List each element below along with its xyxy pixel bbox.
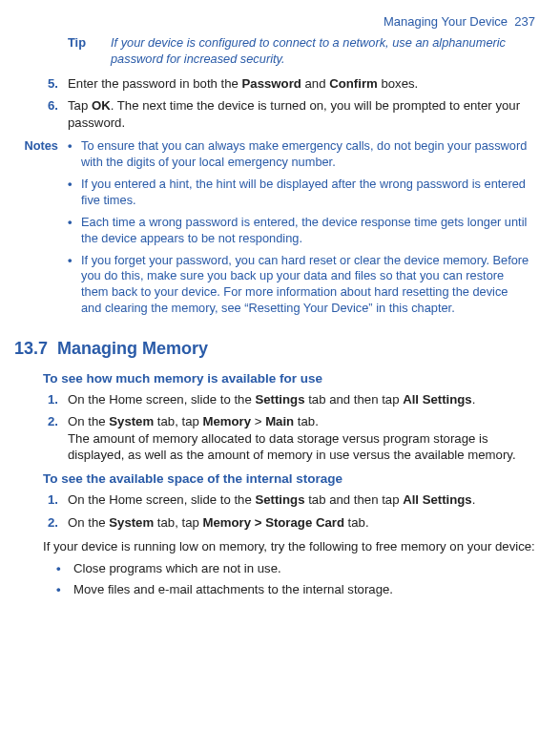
text: On the [68, 414, 109, 428]
section-title: Managing Memory [57, 339, 208, 358]
bold-system: System [109, 515, 154, 530]
bold-all-settings: All Settings [403, 492, 472, 507]
step-1: 1. On the Home screen, slide to the Sett… [14, 391, 535, 407]
low-memory-paragraph: If your device is running low on memory,… [43, 538, 535, 554]
section-heading: 13.7 Managing Memory [14, 338, 535, 361]
bold-settings: Settings [255, 492, 304, 507]
step-text: On the System tab, tap Memory > Storage … [68, 514, 535, 531]
text: boxes. [378, 76, 419, 91]
note-text: Each time a wrong password is entered, t… [81, 215, 535, 247]
step-text: Tap OK. The next time the device is turn… [68, 97, 535, 131]
note-item: •If you entered a hint, the hint will be… [68, 177, 535, 209]
step-1: 1. On the Home screen, slide to the Sett… [14, 491, 535, 508]
step-number: 1. [14, 491, 68, 508]
bullet-icon: • [68, 138, 81, 171]
bullet-icon: • [68, 215, 81, 247]
subheading-internal-storage: To see the available space of the intern… [43, 470, 535, 488]
step-number: 6. [14, 97, 68, 131]
internal-storage-steps: 1. On the Home screen, slide to the Sett… [14, 491, 535, 531]
tip-label: Tip [68, 35, 111, 68]
bold-system: System [109, 414, 154, 428]
notes-label: Notes [14, 138, 68, 323]
step-number: 1. [14, 391, 68, 407]
step-number: 2. [14, 413, 68, 463]
bullet-item: •Close programs which are not in use. [56, 560, 535, 576]
tip-block: Tip If your device is configured to conn… [68, 35, 535, 68]
note-text: To ensure that you can always make emerg… [81, 138, 535, 171]
bold-password: Password [242, 76, 301, 91]
text: tab, tap [154, 414, 202, 428]
step-number: 2. [14, 514, 68, 531]
bold-storage-card: Storage Card [265, 515, 344, 530]
step-6: 6. Tap OK. The next time the device is t… [14, 97, 535, 131]
text: On the Home screen, slide to the [68, 492, 255, 507]
step-text: On the Home screen, slide to the Setting… [68, 391, 535, 407]
bold-confirm: Confirm [329, 76, 378, 91]
bullet-icon: • [68, 177, 81, 209]
bullet-text: Move files and e-mail attachments to the… [73, 581, 535, 597]
header-title: Managing Your Device [384, 14, 508, 29]
text: tab. [294, 414, 319, 428]
tip-text: If your device is configured to connect … [111, 35, 535, 68]
text: and [301, 76, 329, 91]
text: tab and then tap [304, 492, 403, 507]
bold-memory-arrow: Memory > [203, 515, 262, 530]
notes-list: •To ensure that you can always make emer… [68, 138, 535, 323]
free-memory-bullets: •Close programs which are not in use. •M… [56, 560, 535, 597]
note-item: •To ensure that you can always make emer… [68, 138, 535, 171]
page-number: 237 [514, 14, 535, 29]
section-number: 13.7 [14, 339, 48, 358]
bold-settings: Settings [255, 392, 304, 407]
text: tab. [344, 515, 369, 530]
running-header: Managing Your Device 237 [14, 13, 535, 30]
step-5: 5. Enter the password in both the Passwo… [14, 75, 535, 92]
text: On the Home screen, slide to the [68, 392, 255, 407]
memory-available-steps: 1. On the Home screen, slide to the Sett… [14, 391, 535, 464]
bold-ok: OK [92, 98, 111, 113]
password-steps: 5. Enter the password in both the Passwo… [14, 75, 535, 131]
bullet-icon: • [56, 560, 73, 576]
text: Enter the password in both the [68, 76, 242, 91]
text: . [472, 492, 476, 507]
note-text: If you entered a hint, the hint will be … [81, 177, 535, 209]
note-item: •Each time a wrong password is entered, … [68, 215, 535, 247]
notes-block: Notes •To ensure that you can always mak… [14, 138, 535, 323]
note-text: If you forget your password, you can har… [81, 253, 535, 318]
text: tab, tap [154, 515, 202, 530]
subheading-memory-available: To see how much memory is available for … [43, 370, 535, 387]
step-number: 5. [14, 75, 68, 92]
step-2: 2. On the System tab, tap Memory > Stora… [14, 514, 535, 531]
step-extra-text: The amount of memory allocated to data s… [68, 431, 516, 462]
text: Tap [68, 98, 92, 113]
step-text: On the Home screen, slide to the Setting… [68, 491, 535, 508]
text: > [251, 414, 265, 428]
note-item: •If you forget your password, you can ha… [68, 253, 535, 318]
text: . [472, 392, 476, 407]
bullet-text: Close programs which are not in use. [73, 560, 535, 576]
bullet-icon: • [68, 253, 81, 318]
step-text: On the System tab, tap Memory > Main tab… [68, 413, 535, 463]
bullet-icon: • [56, 581, 73, 597]
bullet-item: •Move files and e-mail attachments to th… [56, 581, 535, 597]
bold-all-settings: All Settings [403, 392, 472, 407]
step-2: 2. On the System tab, tap Memory > Main … [14, 413, 535, 463]
step-text: Enter the password in both the Password … [68, 75, 535, 92]
page: Managing Your Device 237 Tip If your dev… [0, 0, 560, 620]
text: tab and then tap [304, 392, 403, 407]
text: . The next time the device is turned on,… [68, 98, 520, 129]
text: On the [68, 515, 109, 530]
bold-memory: Memory [203, 414, 252, 428]
bold-main: Main [265, 414, 294, 428]
